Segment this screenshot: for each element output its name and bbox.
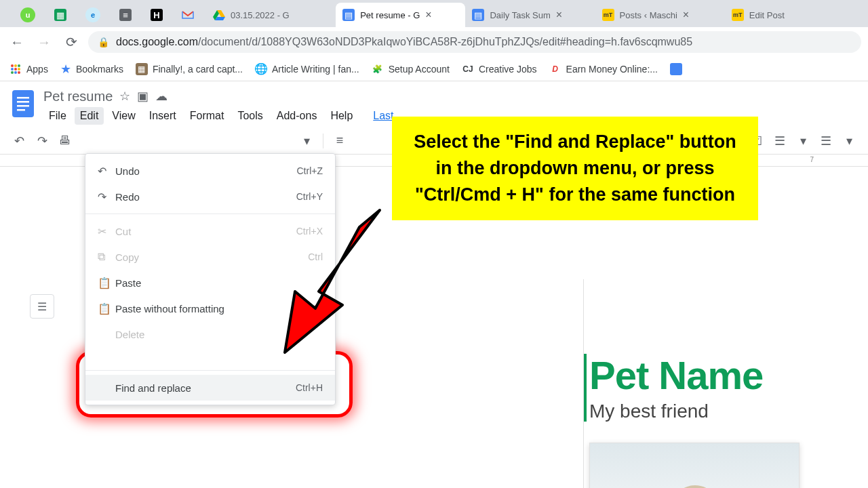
url-field[interactable]: 🔒 docs.google.com/document/d/1088YQ3W63o…: [88, 31, 861, 53]
close-icon[interactable]: ×: [683, 9, 689, 21]
paste-icon: 📋: [98, 277, 115, 289]
svg-rect-11: [17, 101, 29, 103]
bookmark-item[interactable]: ▦Finally!, a card capt...: [136, 63, 243, 75]
tutorial-callout: Select the "Find and Replace" button in …: [392, 117, 758, 220]
document-subheading[interactable]: My best friend: [589, 401, 868, 422]
tab-title: Posts ‹ Maschi: [620, 10, 677, 20]
tab-title: 03.15.2022 - G: [231, 10, 290, 20]
outline-button[interactable]: ☰: [30, 294, 54, 319]
document-image[interactable]: [589, 443, 800, 488]
url-path: /document/d/1088YQ3W63oNDD3PkaIqwoYiBCA5…: [198, 36, 692, 48]
menu-view[interactable]: View: [106, 107, 140, 125]
globe-icon: 🌐: [255, 63, 267, 75]
svg-point-0: [11, 64, 14, 67]
bookmark-item[interactable]: 🧩Setup Account: [372, 63, 450, 75]
svg-rect-9: [12, 90, 34, 117]
undo-button[interactable]: ↶: [9, 131, 28, 150]
bookmark-item[interactable]: DEarn Money Online:...: [549, 63, 658, 75]
bookmark-item[interactable]: ★Bookmarks: [60, 62, 123, 77]
site-icon: mT: [602, 9, 614, 21]
tab-title: Daily Task Sum: [490, 10, 550, 20]
close-icon[interactable]: ×: [556, 9, 562, 21]
svg-point-1: [14, 64, 17, 67]
svg-point-3: [11, 68, 14, 70]
site-icon: D: [549, 63, 561, 75]
undo-icon: ↶: [98, 165, 115, 178]
svg-point-5: [18, 68, 20, 70]
menu-undo[interactable]: ↶UndoCtrl+Z: [85, 158, 335, 184]
cloud-icon[interactable]: ☁: [155, 89, 167, 104]
forward-button[interactable]: →: [34, 32, 54, 52]
site-icon: mT: [732, 9, 744, 21]
svg-rect-12: [17, 105, 29, 107]
print-button[interactable]: 🖶: [56, 131, 75, 150]
back-button[interactable]: ←: [7, 32, 27, 52]
redo-icon: ↷: [98, 190, 115, 203]
reload-button[interactable]: ⟳: [61, 32, 81, 52]
redo-button[interactable]: ↷: [33, 131, 52, 150]
browser-tab[interactable]: mTPosts ‹ Maschi×: [595, 3, 725, 27]
site-icon: ▦: [136, 63, 148, 75]
address-bar: ← → ⟳ 🔒 docs.google.com/document/d/1088Y…: [0, 27, 868, 57]
menu-help[interactable]: Help: [325, 107, 358, 125]
dropdown-icon[interactable]: ▾: [840, 131, 859, 150]
lock-icon: 🔒: [98, 37, 109, 47]
document-canvas[interactable]: Pet Name My best friend: [583, 279, 868, 488]
site-icon: [670, 63, 682, 75]
upwork-icon: u: [20, 7, 35, 22]
browser-tab[interactable]: 03.15.2022 - G: [206, 3, 336, 27]
svg-point-4: [14, 68, 17, 70]
close-icon[interactable]: ×: [425, 9, 431, 21]
tab-strip: u ▦ e ≡ H 03.15.2022 - G ▤Pet resume - G…: [0, 0, 868, 27]
dropdown-icon[interactable]: ▾: [793, 131, 812, 150]
site-icon: CJ: [462, 63, 474, 75]
align-button[interactable]: ≡: [330, 131, 349, 150]
browser-tab[interactable]: H: [144, 3, 175, 27]
document-title[interactable]: Pet resume: [43, 89, 113, 104]
menu-insert[interactable]: Insert: [144, 107, 182, 125]
copy-icon: ⧉: [98, 251, 115, 263]
browser-tab[interactable]: u: [14, 3, 47, 27]
edge-icon: e: [85, 7, 100, 22]
bookmark-item[interactable]: [670, 63, 682, 75]
browser-tab[interactable]: mTEdit Post: [725, 3, 854, 27]
svg-rect-13: [17, 109, 25, 111]
tab-title: Edit Post: [749, 10, 785, 20]
bookmark-item[interactable]: 🌐Article Writing | fan...: [255, 63, 359, 75]
browser-tab[interactable]: e: [79, 3, 113, 27]
docs-icon: ▤: [342, 9, 355, 21]
browser-tab[interactable]: ▤Daily Task Sum×: [465, 3, 595, 27]
numbered-list-button[interactable]: ☰: [816, 131, 835, 150]
cut-icon: ✂: [98, 225, 115, 238]
svg-rect-10: [17, 97, 29, 99]
apps-button[interactable]: Apps: [9, 63, 48, 75]
site-icon: 🧩: [372, 63, 384, 75]
browser-tab[interactable]: ▦: [47, 3, 79, 27]
menu-format[interactable]: Format: [184, 107, 230, 125]
menu-file[interactable]: File: [43, 107, 72, 125]
docs-logo[interactable]: [9, 87, 37, 121]
browser-tab[interactable]: ≡: [113, 3, 144, 27]
app-icon: ≡: [119, 9, 132, 21]
apps-icon: [9, 63, 22, 75]
tutorial-arrow: [264, 197, 393, 359]
menu-edit[interactable]: Edit: [75, 107, 104, 125]
menu-tools[interactable]: Tools: [232, 107, 268, 125]
browser-tab[interactable]: [175, 3, 206, 27]
bookmark-item[interactable]: CJCreative Jobs: [462, 63, 537, 75]
app-icon: H: [151, 9, 163, 21]
toolbar-dropdown[interactable]: ▾: [297, 131, 316, 150]
svg-point-2: [18, 64, 20, 67]
gmail-icon: [182, 9, 194, 21]
document-heading[interactable]: Pet Name: [589, 352, 868, 398]
bullet-list-button[interactable]: ☰: [770, 131, 789, 150]
move-icon[interactable]: ▣: [137, 89, 149, 104]
menu-addons[interactable]: Add-ons: [271, 107, 323, 125]
star-icon: ★: [60, 62, 71, 77]
sheets-icon: ▦: [54, 9, 66, 21]
menu-find-and-replace[interactable]: Find and replaceCtrl+H: [85, 375, 335, 401]
svg-point-8: [18, 71, 20, 74]
browser-tab-active[interactable]: ▤Pet resume - G×: [336, 3, 465, 27]
tab-title: Pet resume - G: [360, 10, 420, 20]
star-icon[interactable]: ☆: [119, 89, 130, 104]
